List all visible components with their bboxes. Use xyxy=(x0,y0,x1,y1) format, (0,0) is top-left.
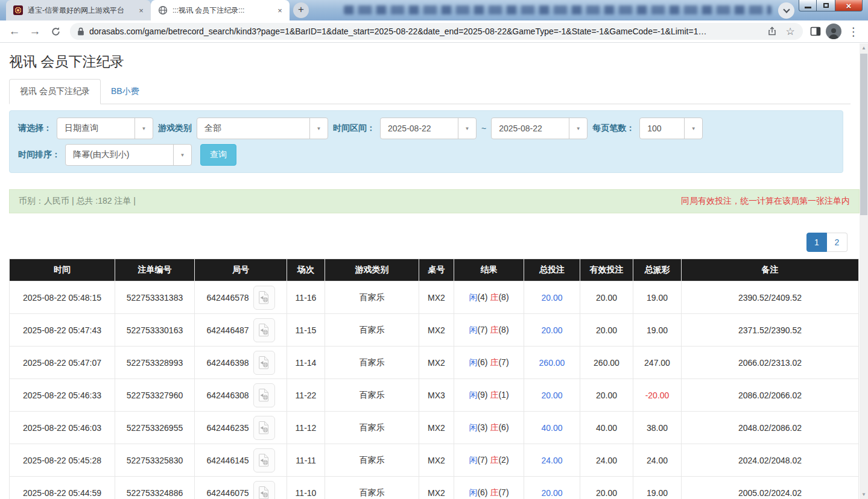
per-page-select[interactable]: 100 ▼ xyxy=(639,118,703,139)
tilde-separator: ~ xyxy=(481,124,486,133)
cell-total-bet: 260.00 xyxy=(524,347,580,379)
cell-round: 642446308 xyxy=(195,379,287,412)
date-start-select[interactable]: 2025-08-22 ▼ xyxy=(380,118,477,139)
section-tabs: 视讯 会员下注纪录 BB小费 xyxy=(9,79,851,104)
total-bet-link[interactable]: 24.00 xyxy=(541,456,562,465)
cell-note: 2024.02/2048.02 xyxy=(682,444,859,477)
share-button[interactable] xyxy=(765,25,779,38)
tab-close-icon[interactable]: × xyxy=(275,5,285,15)
caret-down-icon[interactable]: ▼ xyxy=(684,118,702,139)
page-content: 视讯 会员下注纪录 视讯 会员下注纪录 BB小费 请选择： 日期查询 ▼ 游戏类… xyxy=(0,52,860,499)
video-replay-button[interactable] xyxy=(253,286,275,310)
result-banker: 庄 xyxy=(490,357,498,367)
column-header: 有效投注 xyxy=(580,259,633,281)
total-bet-link[interactable]: 40.00 xyxy=(541,423,562,433)
caret-down-icon[interactable]: ▼ xyxy=(458,118,476,139)
page-button-2[interactable]: 2 xyxy=(827,233,847,252)
cell-time: 2025-08-22 05:45:28 xyxy=(10,444,115,477)
forward-button[interactable]: → xyxy=(27,23,43,40)
new-tab-button[interactable]: + xyxy=(293,2,309,18)
scroll-down-icon[interactable]: ▼ xyxy=(860,490,868,499)
column-header: 桌号 xyxy=(419,259,454,281)
table-row: 2025-08-22 05:46:03522753326955642446235… xyxy=(10,412,859,444)
cell-result: 闲(6) 庄(7) xyxy=(454,477,524,499)
bet-records-table: 时间注单编号局号场次游戏类别桌号结果总投注有效投注总派彩备注 2025-08-2… xyxy=(9,259,859,499)
close-button[interactable]: × xyxy=(835,0,863,11)
video-replay-button[interactable] xyxy=(253,416,275,440)
total-bet-link[interactable]: 20.00 xyxy=(541,391,562,400)
scrollbar-thumb[interactable] xyxy=(860,54,867,215)
cell-table-number: MX2 xyxy=(419,314,454,347)
query-mode-select[interactable]: 日期查询 ▼ xyxy=(57,118,153,139)
maximize-button[interactable] xyxy=(817,0,835,11)
game-type-select[interactable]: 全部 ▼ xyxy=(197,118,328,139)
cell-payout: 24.00 xyxy=(633,444,682,477)
cell-result: 闲(6) 庄(7) xyxy=(454,347,524,379)
video-replay-button[interactable] xyxy=(253,383,275,407)
profile-avatar[interactable] xyxy=(826,24,841,39)
back-button[interactable]: ← xyxy=(6,23,23,40)
table-row: 2025-08-22 05:48:15522753331383642446578… xyxy=(10,281,859,314)
result-banker: 庄 xyxy=(490,292,498,302)
address-bar[interactable]: dorasabs.com/game/betrecord_search/kind3… xyxy=(70,23,803,40)
date-range-label: 时间区间： xyxy=(333,123,375,134)
cell-valid-bet: 260.00 xyxy=(580,347,633,379)
cell-table-number: MX2 xyxy=(419,281,454,314)
caret-down-icon[interactable]: ▼ xyxy=(309,118,328,139)
filter-panel: 请选择： 日期查询 ▼ 游戏类别 全部 ▼ 时间区间： 2025-08-22 ▼… xyxy=(9,110,843,173)
url-text[interactable]: dorasabs.com/game/betrecord_search/kind3… xyxy=(89,27,761,36)
tab-bb-tip[interactable]: BB小费 xyxy=(101,80,150,104)
window-controls: × xyxy=(799,0,863,11)
video-replay-button[interactable] xyxy=(253,318,275,342)
cell-valid-bet: 20.00 xyxy=(580,379,633,412)
cell-total-bet: 24.00 xyxy=(524,444,580,477)
result-banker: 庄 xyxy=(490,488,498,497)
column-header: 总投注 xyxy=(524,259,580,281)
window-title-blur xyxy=(344,5,771,14)
cell-total-bet: 20.00 xyxy=(524,477,580,499)
browser-tab-2[interactable]: :::视讯 会员下注纪录::: × xyxy=(151,0,290,20)
result-player: 闲 xyxy=(469,455,477,465)
pagination: 1 2 xyxy=(9,233,847,252)
cell-game-type: 百家乐 xyxy=(325,347,419,379)
date-end-select[interactable]: 2025-08-22 ▼ xyxy=(491,118,588,139)
per-page-label: 每页笔数： xyxy=(592,123,635,134)
cell-valid-bet: 20.00 xyxy=(580,477,633,499)
sort-select[interactable]: 降幂(由大到小) ▼ xyxy=(65,144,192,166)
side-panel-button[interactable] xyxy=(809,25,822,38)
minimize-button[interactable] xyxy=(799,0,817,11)
total-bet-link[interactable]: 20.00 xyxy=(541,325,562,335)
page-scrollbar[interactable]: ▲ ▼ xyxy=(860,43,868,499)
video-replay-button[interactable] xyxy=(253,351,275,375)
video-replay-button[interactable] xyxy=(253,448,275,472)
total-bet-link[interactable]: 260.00 xyxy=(539,358,565,368)
cell-payout: 19.00 xyxy=(633,477,682,499)
side-panel-icon xyxy=(810,27,821,36)
column-header: 时间 xyxy=(10,259,115,281)
page-button-1[interactable]: 1 xyxy=(806,233,827,252)
caret-down-icon[interactable]: ▼ xyxy=(569,118,587,139)
total-bet-link[interactable]: 20.00 xyxy=(541,293,562,303)
search-button[interactable]: 查询 xyxy=(200,144,236,166)
video-replay-button[interactable] xyxy=(253,481,275,499)
caret-down-icon[interactable]: ▼ xyxy=(135,118,153,139)
cell-valid-bet: 20.00 xyxy=(580,281,633,314)
tab-close-icon[interactable]: × xyxy=(136,5,146,15)
scroll-up-icon[interactable]: ▲ xyxy=(860,43,868,52)
browser-toolbar: ← → dorasabs.com/game/betrecord_search/k… xyxy=(0,20,868,43)
summary-bar: 币别：人民币 | 总共 :182 注单 | 同局有效投注，统一计算在该局第一张注… xyxy=(9,189,860,213)
result-player: 闲 xyxy=(469,325,477,334)
cell-note: 2005.02/2024.02 xyxy=(682,477,859,499)
browser-tab-1[interactable]: 通宝-信誉最好的网上游戏平台 × xyxy=(6,0,151,20)
cell-table-number: MX2 xyxy=(419,347,454,379)
result-player: 闲 xyxy=(469,292,477,302)
tab-search-button[interactable] xyxy=(778,2,794,19)
reload-button[interactable] xyxy=(47,23,64,40)
table-row: 2025-08-22 05:47:43522753330163642446487… xyxy=(10,314,859,347)
menu-button[interactable]: ⋮ xyxy=(845,23,862,40)
bookmark-star-button[interactable]: ☆ xyxy=(784,25,797,38)
total-bet-link[interactable]: 20.00 xyxy=(541,488,562,498)
caret-down-icon[interactable]: ▼ xyxy=(173,145,191,165)
tab-bet-records[interactable]: 视讯 会员下注纪录 xyxy=(9,79,101,104)
minimize-icon xyxy=(805,7,811,8)
